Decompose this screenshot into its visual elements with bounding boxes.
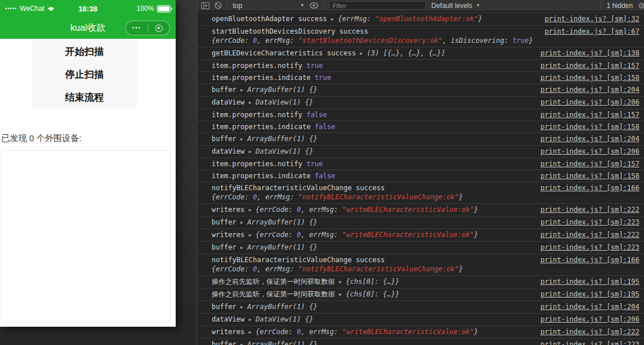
source-link[interactable]: print-index.js? [sm]:195 — [541, 277, 639, 286]
stop-scan-button[interactable]: 停止扫描 — [31, 63, 137, 86]
expand-triangle-icon[interactable] — [241, 302, 248, 312]
clear-console-icon[interactable] — [214, 2, 222, 9]
console-log-row: item.properties.notify trueprint-index.j… — [197, 59, 644, 71]
log-primitive-value: true — [306, 62, 323, 70]
source-link[interactable]: print-index.js? [sm]:67 — [545, 27, 639, 36]
expand-triangle-icon[interactable] — [249, 205, 256, 215]
log-text: item.properties.indicate — [212, 74, 315, 82]
source-link[interactable]: print-index.js? [sm]:157 — [541, 110, 639, 119]
source-link[interactable]: print-index.js? [sm]:204 — [541, 85, 639, 94]
log-text: buffer — [212, 86, 241, 94]
console-log-row: dataView DataView(1) {}print-index.js? [… — [197, 313, 644, 326]
source-link[interactable]: print-index.js? [sm]:157 — [541, 159, 639, 169]
expand-triangle-icon[interactable] — [249, 230, 256, 240]
source-link[interactable]: print-index.js? [sm]:32 — [545, 14, 639, 23]
log-message: buffer ArrayBuffer(1) {} — [212, 218, 534, 227]
log-object-preview: DataView(1) {} — [256, 147, 313, 155]
console-log-row: buffer ArrayBuffer(1) {}print-index.js? … — [197, 83, 644, 96]
expand-triangle-icon[interactable] — [249, 98, 256, 107]
filter-input[interactable] — [329, 1, 426, 10]
log-message: dataView DataView(1) {} — [212, 315, 534, 324]
console-sidebar-toggle-icon[interactable] — [201, 2, 209, 9]
log-text: buffer — [212, 135, 241, 143]
log-message: item.properties.notify true — [212, 61, 534, 70]
log-object-preview: } — [529, 37, 533, 45]
source-link[interactable]: print-index.js? [sm]:138 — [541, 49, 639, 58]
source-link[interactable]: print-index.js? [sm]:204 — [541, 134, 639, 143]
devices-found-label: 已发现 0 个外围设备: — [1, 133, 82, 144]
console-log-row: buffer ArrayBuffer(1) {}print-index.js? … — [197, 300, 644, 313]
log-object-preview: {chs[0]: {…}} — [346, 290, 399, 298]
log-message: item.properties.notify false — [212, 110, 534, 119]
log-primitive-value: true — [512, 37, 529, 45]
source-link[interactable]: print-index.js? [sm]:157 — [541, 61, 639, 70]
log-primitive-value: 0 — [297, 328, 301, 336]
expand-triangle-icon[interactable] — [339, 277, 346, 287]
log-message: buffer ArrayBuffer(1) {} — [212, 340, 534, 345]
source-link[interactable]: print-index.js? [sm]:166 — [541, 183, 639, 192]
expand-triangle-icon[interactable] — [241, 340, 248, 345]
log-levels-select[interactable]: Default levels ▼ — [431, 2, 480, 10]
battery-percent-label: 100% — [136, 5, 154, 13]
end-process-button[interactable]: 结束流程 — [31, 86, 137, 109]
start-scan-button[interactable]: 开始扫描 — [31, 40, 137, 63]
log-message: startBluetoothDevicesDiscovery success{e… — [212, 27, 538, 46]
log-message: buffer ArrayBuffer(1) {} — [212, 243, 534, 252]
source-link[interactable]: print-index.js? [sm]:222 — [541, 327, 639, 336]
console-log-row: 操作之前先监听，保证第一时间获取数据 {chs[0]: {…}}print-in… — [197, 288, 644, 300]
source-link[interactable]: print-index.js? [sm]:166 — [541, 255, 639, 264]
expand-triangle-icon[interactable] — [360, 49, 367, 58]
source-link[interactable]: print-index.js? [sm]:206 — [541, 315, 639, 324]
expand-triangle-icon[interactable] — [339, 290, 346, 299]
log-object-preview: {errCode: — [212, 193, 253, 201]
signal-strength-icon: ••••• — [5, 6, 17, 11]
source-link[interactable]: print-index.js? [sm]:223 — [541, 340, 639, 345]
log-message: getBLEDeviceCharacteristics success (3) … — [212, 49, 534, 58]
source-link[interactable]: print-index.js? [sm]:195 — [541, 290, 639, 299]
expand-triangle-icon[interactable] — [249, 315, 256, 324]
hidden-count-label: 1 hidden — [606, 2, 633, 10]
source-link[interactable]: print-index.js? [sm]:222 — [541, 205, 639, 214]
source-link[interactable]: print-index.js? [sm]:158 — [541, 122, 639, 131]
log-object-preview: ArrayBuffer(1) {} — [248, 135, 318, 143]
action-button-group: 开始扫描 停止扫描 结束流程 — [31, 40, 137, 109]
source-link[interactable]: print-index.js? [sm]:206 — [541, 98, 639, 107]
log-primitive-value: 0 — [297, 231, 301, 239]
expand-triangle-icon[interactable] — [249, 147, 256, 157]
source-link[interactable]: print-index.js? [sm]:158 — [541, 73, 639, 82]
source-link[interactable]: print-index.js? [sm]:223 — [541, 218, 639, 227]
log-object-preview: {errMsg: — [338, 15, 375, 23]
expand-triangle-icon[interactable] — [241, 218, 248, 227]
source-link[interactable]: print-index.js? [sm]:204 — [541, 302, 639, 311]
console-log-row: buffer ArrayBuffer(1) {}print-index.js? … — [197, 338, 644, 345]
live-expression-eye-icon[interactable] — [310, 2, 318, 9]
console-settings-gear-icon[interactable]: ⚙ — [638, 1, 644, 10]
source-link[interactable]: print-index.js? [sm]:223 — [541, 243, 639, 252]
log-object-preview: DataView(1) {} — [256, 315, 313, 323]
source-link[interactable]: print-index.js? [sm]:222 — [541, 230, 639, 239]
log-text: writeres — [212, 231, 249, 239]
target-icon — [155, 25, 163, 32]
log-object-preview: {errCode: — [212, 37, 253, 45]
page-title: kuai收款 — [70, 22, 105, 34]
expand-triangle-icon[interactable] — [249, 327, 256, 337]
more-menu-button[interactable]: ••• — [126, 21, 148, 35]
exit-miniprogram-button[interactable] — [148, 21, 170, 35]
source-link[interactable]: print-index.js? [sm]:158 — [541, 171, 639, 180]
log-object-preview: , errMsg: — [301, 231, 342, 239]
console-log-row: 操作之前先监听，保证第一时间获取数据 {chs[0]: {…}}print-in… — [197, 275, 644, 288]
execution-context-select[interactable]: top ▼ — [233, 2, 305, 10]
console-log-row: buffer ArrayBuffer(1) {}print-index.js? … — [197, 133, 644, 145]
expand-triangle-icon[interactable] — [241, 85, 248, 95]
console-logs: openBluetoothAdapter success {errMsg: "o… — [197, 11, 644, 345]
log-text: buffer — [212, 340, 241, 345]
source-link[interactable]: print-index.js? [sm]:206 — [541, 147, 639, 156]
expand-triangle-icon[interactable] — [241, 134, 248, 144]
log-object-preview: ArrayBuffer(1) {} — [248, 303, 318, 311]
console-log-row: notifyBLECharacteristicValueChange succe… — [197, 254, 644, 275]
expand-triangle-icon[interactable] — [241, 243, 248, 252]
log-message: item.properties.indicate true — [212, 73, 534, 82]
log-object-preview: ArrayBuffer(1) {} — [248, 340, 318, 345]
expand-triangle-icon[interactable] — [331, 14, 338, 24]
log-text: 操作之前先监听，保证第一时间获取数据 — [212, 278, 339, 286]
